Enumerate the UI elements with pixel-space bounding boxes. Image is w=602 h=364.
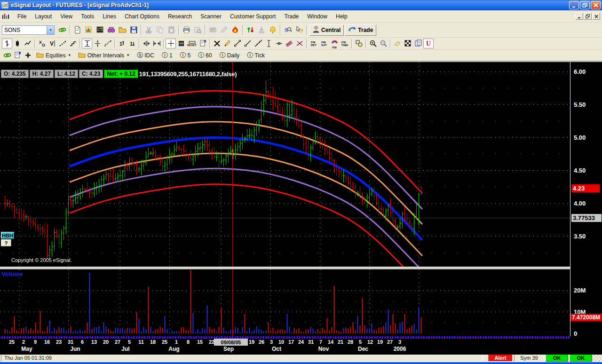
interval-tick[interactable]: ⒾTick	[243, 50, 269, 60]
menu-customer-support[interactable]: Customer Support	[226, 11, 280, 22]
menu-lines[interactable]: Lines	[98, 11, 120, 22]
dot-line-type-button[interactable]	[57, 39, 68, 48]
parallel-lines-button[interactable]	[284, 39, 294, 48]
download-data-button[interactable]	[256, 24, 267, 36]
minimize-button[interactable]	[569, 1, 579, 9]
delete-drawings-button[interactable]	[212, 39, 222, 48]
price-pane-canvas[interactable]	[0, 62, 570, 267]
menu-view[interactable]: View	[56, 11, 77, 22]
folder-other-intervals[interactable]: Other Intervals▼	[75, 50, 134, 60]
fib-extension-button[interactable]: FIB EXT	[319, 39, 329, 48]
symbol-list-button[interactable]	[105, 24, 117, 36]
cut-button[interactable]	[143, 24, 154, 36]
eraser-button[interactable]	[392, 39, 403, 48]
zoom-out-button[interactable]	[378, 39, 388, 48]
context-help-button[interactable]: ?	[293, 24, 305, 36]
trade-button[interactable]: Trade	[345, 24, 376, 36]
price-axis[interactable]: 6.005.505.004.504.003.504.233.7753320M10…	[570, 62, 602, 336]
alert-bell-button[interactable]	[267, 24, 278, 36]
vertical-line-button[interactable]	[263, 39, 274, 48]
cross-lines-button[interactable]	[294, 39, 305, 48]
menu-scanner[interactable]: Scanner	[196, 11, 226, 22]
quote-window-button[interactable]	[94, 24, 105, 36]
interval-idc[interactable]: ⓈIDC	[133, 50, 158, 60]
hot-list-button[interactable]	[230, 24, 241, 36]
ok-status-badge-2[interactable]: OK	[570, 354, 592, 362]
close-button[interactable]	[591, 1, 601, 9]
new-layout-button[interactable]	[71, 24, 83, 36]
pane-splitter[interactable]	[0, 267, 580, 269]
folder-equities[interactable]: Equities▼	[33, 50, 75, 60]
menu-file[interactable]: File	[13, 11, 31, 22]
restore-button[interactable]	[580, 1, 590, 9]
line-type-button[interactable]	[23, 39, 33, 48]
central-button[interactable]: Central	[309, 24, 344, 36]
shift-up-button[interactable]: 1	[117, 39, 127, 48]
child-close-button[interactable]	[592, 13, 600, 20]
interval-daily[interactable]: ⒾDaily	[216, 50, 244, 60]
grid-button[interactable]	[403, 39, 413, 48]
interval-60[interactable]: Ⓘ60	[194, 50, 215, 60]
menu-research[interactable]: Research	[164, 11, 196, 22]
expand-horizontal-button[interactable]	[141, 39, 151, 48]
save-layout-button[interactable]	[128, 24, 139, 36]
page-small-button[interactable]	[12, 50, 23, 60]
open-layout-button[interactable]	[117, 24, 128, 36]
fib-retracement-button[interactable]: FIB RET	[309, 39, 319, 48]
help-question-button[interactable]: ?	[1, 239, 11, 246]
link-button[interactable]	[56, 24, 68, 36]
symbol-dropdown-arrow-icon[interactable]: ▼	[47, 26, 54, 34]
compress-vertical-button[interactable]	[92, 39, 103, 48]
fib-time-button[interactable]: FIB TIME	[340, 39, 350, 48]
candlestick-type-button[interactable]	[12, 39, 23, 48]
symbol-search-button[interactable]: S	[282, 24, 293, 36]
date-axis[interactable]: 09/08/05 2529162331613202751118251815221…	[0, 336, 602, 355]
auto-scale-button[interactable]	[103, 39, 113, 48]
volume-pane-canvas[interactable]	[0, 269, 570, 336]
menu-tools[interactable]: Tools	[77, 11, 98, 22]
sort-arrows-button[interactable]	[245, 24, 256, 36]
copy-button[interactable]	[154, 24, 166, 36]
color-bars-button[interactable]	[176, 39, 186, 48]
interval-1[interactable]: Ⓘ1	[158, 50, 176, 60]
shift-down-button[interactable]: 1	[127, 39, 137, 48]
crosshair-button[interactable]	[166, 39, 176, 48]
zoom-in-button[interactable]	[368, 39, 378, 48]
extended-line-button[interactable]	[253, 39, 263, 48]
paste-button[interactable]	[166, 24, 177, 36]
compress-horizontal-button[interactable]	[151, 39, 162, 48]
reset-scale-button[interactable]: RESET	[186, 39, 198, 48]
shapes-button[interactable]	[354, 39, 364, 48]
interval-5[interactable]: Ⓘ5	[176, 50, 195, 60]
alert-badge[interactable]: Alert	[488, 354, 513, 362]
resize-grip[interactable]	[594, 354, 601, 362]
menu-chart-options[interactable]: Chart Options	[120, 11, 164, 22]
hbh-button[interactable]: HBH	[1, 232, 14, 239]
notes-button[interactable]	[413, 39, 423, 48]
page-properties-button[interactable]	[198, 39, 208, 48]
volume-style-button[interactable]: V	[47, 39, 57, 48]
pencil-button[interactable]	[222, 39, 232, 48]
ok-status-badge-1[interactable]: OK	[546, 354, 568, 362]
expand-vertical-button[interactable]	[82, 39, 92, 48]
child-restore-button[interactable]	[584, 13, 592, 20]
print-preview-button[interactable]	[192, 24, 203, 36]
menu-window[interactable]: Window	[303, 11, 332, 22]
fib-circle-button[interactable]: FIB	[329, 39, 340, 48]
step-line-type-button[interactable]	[68, 39, 78, 48]
new-chart-button[interactable]	[83, 24, 94, 36]
trendline-button[interactable]	[232, 39, 243, 48]
ray-line-button[interactable]	[243, 39, 253, 48]
menu-trade[interactable]: Trade	[280, 11, 303, 22]
link-small-button[interactable]	[2, 50, 12, 60]
horizontal-line-button[interactable]	[274, 39, 284, 48]
bar-type-button[interactable]	[2, 39, 12, 48]
symbol-input[interactable]: SONS ▼	[2, 25, 55, 35]
add-page-button[interactable]	[23, 50, 33, 60]
point-figure-type-button[interactable]: XO	[37, 39, 47, 48]
news-button[interactable]	[218, 24, 230, 36]
menu-help[interactable]: Help	[332, 11, 352, 22]
menu-layout[interactable]: Layout	[31, 11, 56, 22]
child-minimize-button[interactable]	[575, 13, 583, 20]
print-button[interactable]	[181, 24, 192, 36]
